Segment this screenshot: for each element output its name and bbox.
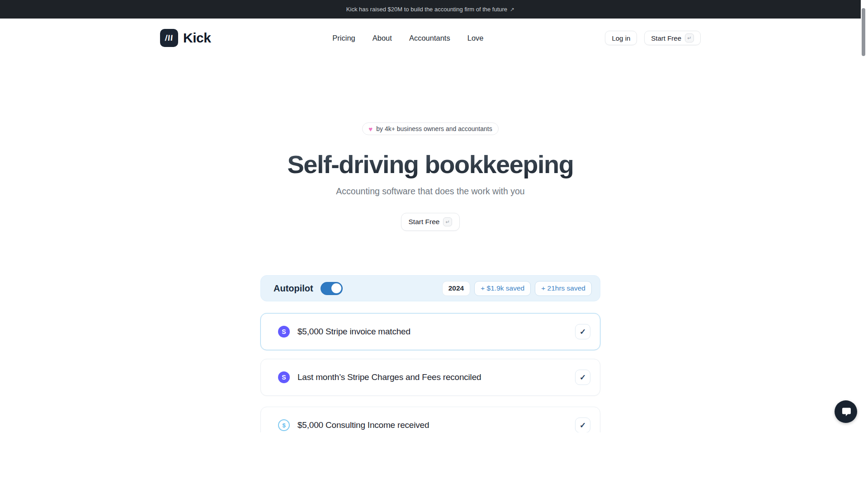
brand-logo[interactable]: /II Kick <box>160 29 211 47</box>
start-free-button[interactable]: Start Free ↵ <box>644 31 701 45</box>
autopilot-toggle[interactable] <box>321 282 343 295</box>
task-text: $5,000 Consulting Income received <box>297 420 429 430</box>
stripe-icon: S <box>278 326 290 338</box>
hero-start-free-button[interactable]: Start Free ↵ <box>401 213 460 231</box>
task-check-button[interactable]: ✓ <box>575 370 590 385</box>
social-proof-text: by 4k+ business owners and accountants <box>376 125 492 132</box>
start-free-label: Start Free <box>651 34 681 42</box>
chat-bubble-icon <box>840 406 851 417</box>
nav-item-accountants[interactable]: Accountants <box>409 34 450 42</box>
toggle-knob <box>331 283 341 293</box>
site-header: /II Kick Pricing About Accountants Love … <box>0 19 861 57</box>
nav-item-love[interactable]: Love <box>467 34 484 42</box>
header-actions: Log in Start Free ↵ <box>605 31 701 45</box>
task-card: S $5,000 Stripe invoice matched ✓ <box>260 313 600 350</box>
autopilot-badges: 2024 + $1.9k saved + 21hrs saved <box>442 281 592 296</box>
task-text: $5,000 Stripe invoice matched <box>297 327 410 337</box>
autopilot-label: Autopilot <box>274 283 313 294</box>
login-button[interactable]: Log in <box>605 31 637 45</box>
hero-section: ♥ by 4k+ business owners and accountants… <box>0 57 861 231</box>
announcement-banner[interactable]: Kick has raised $20M to build the accoun… <box>0 0 861 19</box>
scrollbar-track <box>861 0 868 488</box>
stripe-icon: S <box>278 371 290 383</box>
scrollbar-thumb[interactable] <box>862 8 865 56</box>
year-badge: 2024 <box>442 281 470 296</box>
hero-cta-label: Start Free <box>409 218 440 226</box>
page-subtitle: Accounting software that does the work w… <box>336 186 524 197</box>
time-saved-badge: + 21hrs saved <box>535 281 592 296</box>
banner-text: Kick has raised $20M to build the accoun… <box>346 6 507 13</box>
nav-item-pricing[interactable]: Pricing <box>332 34 355 42</box>
chat-widget-button[interactable] <box>835 400 857 423</box>
brand-name: Kick <box>183 30 211 46</box>
enter-key-icon: ↵ <box>443 217 452 226</box>
main-nav: Pricing About Accountants Love <box>332 34 483 42</box>
task-text: Last month’s Stripe Charges and Fees rec… <box>297 372 481 382</box>
heart-icon: ♥ <box>368 126 373 132</box>
task-check-button[interactable]: ✓ <box>575 324 590 339</box>
circle-dollar-icon: $ <box>278 419 290 431</box>
nav-item-about[interactable]: About <box>373 34 392 42</box>
autopilot-demo: Autopilot 2024 + $1.9k saved + 21hrs sav… <box>260 275 600 444</box>
kick-logo-icon: /II <box>160 29 178 47</box>
viewport-fade <box>0 432 861 488</box>
social-proof-badge: ♥ by 4k+ business owners and accountants <box>362 122 498 135</box>
task-card: S Last month’s Stripe Charges and Fees r… <box>260 359 600 396</box>
enter-key-icon: ↵ <box>685 33 694 42</box>
task-check-button[interactable]: ✓ <box>575 418 590 433</box>
page-title: Self-driving bookkeeping <box>288 150 574 179</box>
external-link-arrow-icon: ↗ <box>510 6 514 13</box>
money-saved-badge: + $1.9k saved <box>474 281 531 296</box>
autopilot-bar: Autopilot 2024 + $1.9k saved + 21hrs sav… <box>260 275 600 301</box>
